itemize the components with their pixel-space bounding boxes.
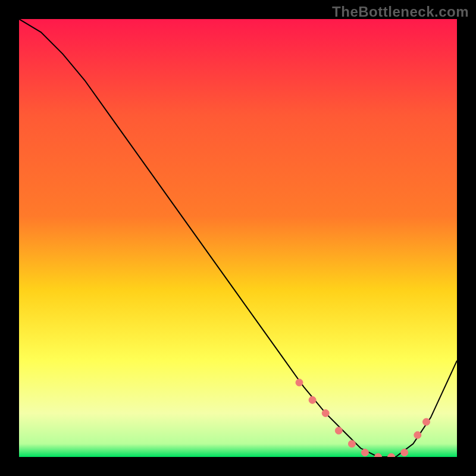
plot-area (19, 19, 457, 457)
chart-frame: TheBottleneck.com (0, 0, 476, 476)
gradient-background (19, 19, 457, 457)
highlight-dot (361, 449, 368, 456)
highlight-dot (309, 396, 316, 403)
highlight-dot (296, 379, 303, 386)
highlight-dot (414, 431, 421, 439)
highlight-dot (348, 440, 355, 447)
highlight-dot (335, 427, 342, 434)
chart-svg (19, 19, 457, 457)
highlight-dot (322, 409, 329, 416)
watermark-text: TheBottleneck.com (332, 4, 469, 20)
highlight-dot (401, 449, 408, 456)
highlight-dot (423, 418, 430, 425)
